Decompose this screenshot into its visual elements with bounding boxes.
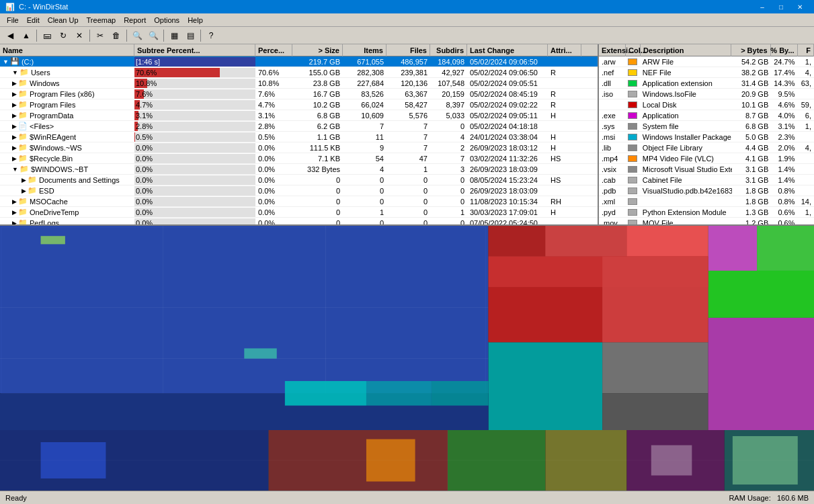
toolbar-scan[interactable]: 🖴 — [40, 28, 54, 43]
title-bar-controls[interactable]: – □ ✕ — [754, 0, 809, 13]
ram-value: 160.6 MB — [777, 494, 809, 502]
close-button[interactable]: ✕ — [791, 0, 809, 13]
toolbar-help[interactable]: ? — [204, 28, 218, 43]
tree-row[interactable]: ▶📁Windows10.8%10.8%23.8 GB227,684120,136… — [0, 78, 598, 89]
toolbar-extensions[interactable]: ▤ — [183, 28, 198, 43]
ext-row[interactable]: .xml1.8 GB0.8%14, — [599, 196, 814, 207]
tree-col-attri[interactable]: Attri... — [548, 44, 581, 56]
lastchange-cell: 05/02/2024 09:06:50 — [467, 56, 548, 67]
tree-row[interactable]: ▶📁ProgramData3.1%3.1%6.8 GB10,6095,5765,… — [0, 110, 598, 121]
expand-icon[interactable]: ▶ — [12, 101, 17, 108]
tree-row[interactable]: ▶📁$Windows.~WS0.0%0.0%111.5 KB97226/09/2… — [0, 142, 598, 153]
expand-icon[interactable]: ▶ — [12, 198, 17, 205]
ext-row[interactable]: .msiWindows Installer Package5.0 GB2.3% — [599, 132, 814, 142]
expand-icon[interactable]: ▶ — [12, 134, 17, 140]
tree-row[interactable]: ▶📁PerfLogs0.0%0.0%000007/05/2022 05:24:5… — [0, 218, 598, 224]
tree-col-items[interactable]: Items — [343, 44, 386, 56]
tree-row[interactable]: ▶📁ESD0.0%0.0%000026/09/2023 18:03:09 — [0, 185, 598, 196]
tree-col-lastchange[interactable]: Last Change — [467, 44, 548, 56]
tree-row[interactable]: ▼📁Users70.6%70.6%155.0 GB282,308239,3814… — [0, 67, 598, 78]
ext-row[interactable]: .mp4MP4 Video File (VLC)4.1 GB1.9% — [599, 153, 814, 164]
color-swatch — [628, 123, 637, 130]
ext-cell-bytes: 4.1 GB — [732, 153, 772, 164]
ext-col-ext[interactable]: Extensi... — [599, 44, 626, 56]
tree-row[interactable]: ▼💾(C:)[1:46 s]219.7 GB671,055486,957184,… — [0, 56, 598, 67]
ext-row[interactable]: .cabCabinet File3.1 GB1.4% — [599, 175, 814, 185]
ext-row[interactable]: .vsixMicrosoft Visual Studio Exte...3.1 … — [599, 164, 814, 175]
toolbar-treemap[interactable]: ▦ — [167, 28, 181, 43]
menu-cleanup[interactable]: Clean Up — [44, 15, 83, 26]
ext-cell-f: 14, — [797, 196, 814, 207]
tree-row[interactable]: ▶📁OneDriveTemp0.0%0.0%010130/03/2023 17:… — [0, 207, 598, 218]
ext-row[interactable]: .libObject File Library4.4 GB2.0%4, — [599, 142, 814, 153]
tree-col-size[interactable]: > Size — [292, 44, 343, 56]
expand-icon[interactable]: ▶ — [12, 112, 17, 119]
expand-icon[interactable]: ▼ — [12, 69, 18, 76]
expand-icon[interactable]: ▶ — [12, 91, 17, 97]
menu-edit[interactable]: Edit — [23, 15, 44, 26]
expand-icon[interactable]: ▶ — [22, 177, 26, 183]
expand-icon[interactable]: ▶ — [12, 144, 17, 151]
tree-row[interactable]: ▶📁$WinREAgent0.5%0.5%1.1 GB117424/01/202… — [0, 132, 598, 142]
ext-header: Extensi... Col... Description > Bytes % … — [599, 44, 814, 56]
menu-file[interactable]: File — [3, 15, 23, 26]
maximize-button[interactable]: □ — [772, 0, 790, 13]
toolbar-zoom-out[interactable]: 🔍 — [146, 28, 161, 43]
tree-row[interactable]: ▶📁Documents and Settings0.0%0.0%000008/0… — [0, 175, 598, 185]
toolbar-stop[interactable]: ✕ — [72, 28, 87, 43]
attri-cell: R — [548, 99, 581, 110]
expand-icon[interactable]: ▼ — [12, 166, 18, 173]
tree-col-perce[interactable]: Perce... — [255, 44, 292, 56]
toolbar-refresh[interactable]: ↻ — [56, 28, 71, 43]
ext-row[interactable]: .arwARW File54.2 GB24.7%1, — [599, 56, 814, 67]
items-cell: 671,055 — [343, 56, 386, 67]
menu-report[interactable]: Report — [120, 15, 150, 26]
expand-icon[interactable]: ▶ — [12, 123, 17, 130]
expand-icon[interactable]: ▶ — [12, 220, 17, 225]
menu-help[interactable]: Help — [184, 15, 207, 26]
ext-row[interactable]: .pdbVisualStudio.pdb.b42e16831.8 GB0.8% — [599, 185, 814, 196]
treemap-area[interactable] — [0, 226, 814, 430]
tree-row[interactable]: ▶📄<Files>2.8%2.8%6.2 GB77005/02/2024 04:… — [0, 121, 598, 132]
tree-row[interactable]: ▶📁Program Files4.7%4.7%10.2 GB66,02458,4… — [0, 99, 598, 110]
tree-row[interactable]: ▶📁$Recycle.Bin0.0%0.0%7.1 KB5447703/02/2… — [0, 153, 598, 164]
ext-col-pct[interactable]: % By... — [771, 44, 798, 56]
tree-col-name[interactable]: Name — [0, 44, 134, 56]
toolbar-back[interactable]: ◀ — [3, 28, 17, 43]
tree-col-files[interactable]: Files — [386, 44, 430, 56]
ext-row[interactable]: .sysSystem file6.8 GB3.1%1, — [599, 121, 814, 132]
tree-row[interactable]: ▼📁$WINDOWS.~BT0.0%0.0%332 Bytes41326/09/… — [0, 164, 598, 175]
ext-col-bytes[interactable]: > Bytes — [731, 44, 770, 56]
tree-row[interactable]: ▶📁MSOCache0.0%0.0%000011/08/2023 10:15:3… — [0, 196, 598, 207]
ext-cell-color — [625, 196, 640, 207]
menu-options[interactable]: Options — [150, 15, 184, 26]
toolbar-cleanup[interactable]: ✂ — [93, 28, 108, 43]
expand-icon[interactable]: ▶ — [22, 187, 26, 194]
expand-icon[interactable]: ▼ — [3, 58, 9, 65]
ext-row[interactable]: .pydPython Extension Module1.3 GB0.6%1, — [599, 207, 814, 218]
expand-icon[interactable]: ▶ — [12, 155, 17, 162]
ext-col-f[interactable]: F — [798, 44, 814, 56]
color-swatch — [628, 187, 637, 194]
ext-col-color[interactable]: Col... — [626, 44, 641, 56]
expand-icon[interactable]: ▶ — [12, 80, 17, 87]
toolbar-zoom-in[interactable]: 🔍 — [130, 28, 145, 43]
expand-icon[interactable]: ▶ — [12, 209, 17, 216]
minimize-button[interactable]: – — [754, 0, 771, 13]
tree-row[interactable]: ▶📁Program Files (x86)7.6%7.6%16.7 GB83,5… — [0, 89, 598, 99]
tree-col-subdirs[interactable]: Subdirs — [430, 44, 467, 56]
ext-cell-f: 1, — [797, 207, 814, 218]
tree-col-subtree[interactable]: Subtree Percent... — [134, 44, 255, 56]
menu-treemap[interactable]: Treemap — [83, 15, 120, 26]
ext-row[interactable]: .dllApplication extension31.4 GB14.3%63, — [599, 78, 814, 89]
toolbar-delete[interactable]: 🗑 — [109, 28, 124, 43]
items-cell: 1 — [343, 207, 386, 218]
ext-row[interactable]: .isoWindows.IsoFile20.9 GB9.5% — [599, 89, 814, 99]
ext-row[interactable]: .nefNEF File38.2 GB17.4%4, — [599, 67, 814, 78]
ext-col-desc[interactable]: Description — [641, 44, 731, 56]
ext-cell-pct: 2.3% — [771, 132, 797, 142]
toolbar-up[interactable]: ▲ — [19, 28, 34, 43]
ext-row[interactable]: .movMOV File1.2 GB0.6% — [599, 218, 814, 224]
ext-row[interactable]: Local Disk10.1 GB4.6%59, — [599, 99, 814, 110]
ext-row[interactable]: .exeApplication8.7 GB4.0%6, — [599, 110, 814, 121]
